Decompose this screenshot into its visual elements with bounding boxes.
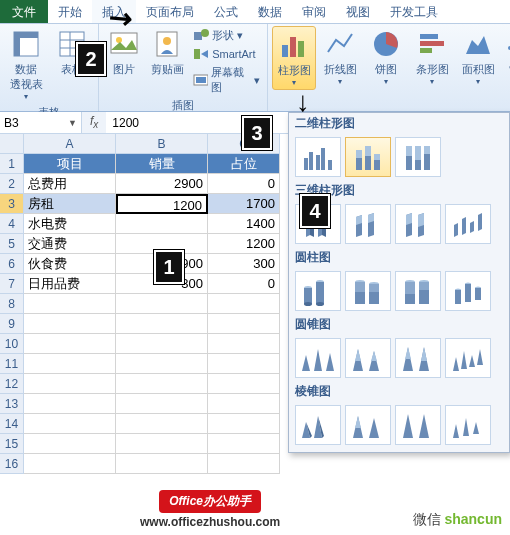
shapes-button[interactable]: 形状 ▾ <box>190 26 263 44</box>
cell-C5[interactable]: 1200 <box>208 234 280 254</box>
picture-button[interactable]: 图片 <box>103 26 145 96</box>
cell-A5[interactable]: 交通费 <box>24 234 116 254</box>
row-header-3[interactable]: 3 <box>0 194 24 214</box>
row-header-9[interactable]: 9 <box>0 314 24 334</box>
fx-icon[interactable]: fx <box>82 114 106 130</box>
clipart-button[interactable]: 剪贴画 <box>147 26 189 96</box>
tab-review[interactable]: 审阅 <box>292 0 336 23</box>
row-header-5[interactable]: 5 <box>0 234 24 254</box>
chart-pyr-3d[interactable] <box>445 405 491 445</box>
tab-file[interactable]: 文件 <box>0 0 48 23</box>
tab-formulas[interactable]: 公式 <box>204 0 248 23</box>
cell-C11[interactable] <box>208 354 280 374</box>
chart-2d-100stacked[interactable] <box>395 137 441 177</box>
name-box[interactable]: B3▼ <box>0 112 82 133</box>
cell-A7[interactable]: 日用品费 <box>24 274 116 294</box>
cell-C10[interactable] <box>208 334 280 354</box>
row-header-4[interactable]: 4 <box>0 214 24 234</box>
chart-pyr-clustered[interactable] <box>295 405 341 445</box>
cell-C9[interactable] <box>208 314 280 334</box>
chart-cyl-stacked[interactable] <box>345 271 391 311</box>
line-chart-button[interactable]: 折线图 <box>318 26 362 90</box>
chart-cone-clustered[interactable] <box>295 338 341 378</box>
cell-A9[interactable] <box>24 314 116 334</box>
cell-B15[interactable] <box>116 434 208 454</box>
chart-cone-stacked[interactable] <box>345 338 391 378</box>
bar-chart-button[interactable]: 条形图 <box>410 26 454 90</box>
cell-C7[interactable]: 0 <box>208 274 280 294</box>
scatter-chart-button[interactable]: 散 <box>502 26 510 90</box>
column-chart-button[interactable]: 柱形图 <box>272 26 316 90</box>
cell-B4[interactable] <box>116 214 208 234</box>
row-header-10[interactable]: 10 <box>0 334 24 354</box>
cell-C1[interactable]: 占位 <box>208 154 280 174</box>
chart-2d-clustered[interactable] <box>295 137 341 177</box>
col-header-B[interactable]: B <box>116 134 208 154</box>
cell-C15[interactable] <box>208 434 280 454</box>
chart-cyl-3d[interactable] <box>445 271 491 311</box>
cell-B9[interactable] <box>116 314 208 334</box>
cell-B11[interactable] <box>116 354 208 374</box>
row-header-6[interactable]: 6 <box>0 254 24 274</box>
chart-3d-stacked[interactable] <box>345 204 391 244</box>
tab-developer[interactable]: 开发工具 <box>380 0 448 23</box>
cell-B16[interactable] <box>116 454 208 474</box>
row-header-16[interactable]: 16 <box>0 454 24 474</box>
pivot-table-button[interactable]: 数据 透视表 <box>4 26 48 103</box>
cell-C2[interactable]: 0 <box>208 174 280 194</box>
col-header-A[interactable]: A <box>24 134 116 154</box>
cell-C12[interactable] <box>208 374 280 394</box>
tab-home[interactable]: 开始 <box>48 0 92 23</box>
row-header-15[interactable]: 15 <box>0 434 24 454</box>
select-all-triangle[interactable] <box>0 134 24 154</box>
chart-pyr-stacked[interactable] <box>345 405 391 445</box>
cell-A16[interactable] <box>24 454 116 474</box>
cell-A11[interactable] <box>24 354 116 374</box>
cell-C14[interactable] <box>208 414 280 434</box>
row-header-14[interactable]: 14 <box>0 414 24 434</box>
pie-chart-button[interactable]: 饼图 <box>364 26 408 90</box>
cell-C16[interactable] <box>208 454 280 474</box>
chart-cyl-clustered[interactable] <box>295 271 341 311</box>
cell-A8[interactable] <box>24 294 116 314</box>
chart-cyl-100stacked[interactable] <box>395 271 441 311</box>
cell-A6[interactable]: 伙食费 <box>24 254 116 274</box>
cell-A2[interactable]: 总费用 <box>24 174 116 194</box>
cell-C4[interactable]: 1400 <box>208 214 280 234</box>
tab-layout[interactable]: 页面布局 <box>136 0 204 23</box>
cell-A12[interactable] <box>24 374 116 394</box>
cell-B14[interactable] <box>116 414 208 434</box>
chart-cone-3d[interactable] <box>445 338 491 378</box>
chart-3d-100stacked[interactable] <box>395 204 441 244</box>
chart-pyr-100stacked[interactable] <box>395 405 441 445</box>
row-header-2[interactable]: 2 <box>0 174 24 194</box>
row-header-1[interactable]: 1 <box>0 154 24 174</box>
row-header-7[interactable]: 7 <box>0 274 24 294</box>
row-header-13[interactable]: 13 <box>0 394 24 414</box>
row-header-11[interactable]: 11 <box>0 354 24 374</box>
tab-view[interactable]: 视图 <box>336 0 380 23</box>
cell-A1[interactable]: 项目 <box>24 154 116 174</box>
chart-cone-100stacked[interactable] <box>395 338 441 378</box>
area-chart-button[interactable]: 面积图 <box>456 26 500 90</box>
cell-B12[interactable] <box>116 374 208 394</box>
cell-A10[interactable] <box>24 334 116 354</box>
cell-B13[interactable] <box>116 394 208 414</box>
cell-A3[interactable]: 房租 <box>24 194 116 214</box>
cell-A4[interactable]: 水电费 <box>24 214 116 234</box>
cell-A14[interactable] <box>24 414 116 434</box>
tab-data[interactable]: 数据 <box>248 0 292 23</box>
cell-C6[interactable]: 300 <box>208 254 280 274</box>
chart-3d-column[interactable] <box>445 204 491 244</box>
cell-B10[interactable] <box>116 334 208 354</box>
row-header-12[interactable]: 12 <box>0 374 24 394</box>
cell-B2[interactable]: 2900 <box>116 174 208 194</box>
cell-B3[interactable]: 1200 <box>116 194 208 214</box>
cell-C8[interactable] <box>208 294 280 314</box>
screenshot-button[interactable]: 屏幕截图 ▾ <box>190 64 263 96</box>
cell-A13[interactable] <box>24 394 116 414</box>
cell-C3[interactable]: 1700 <box>208 194 280 214</box>
cell-C13[interactable] <box>208 394 280 414</box>
cell-A15[interactable] <box>24 434 116 454</box>
row-header-8[interactable]: 8 <box>0 294 24 314</box>
